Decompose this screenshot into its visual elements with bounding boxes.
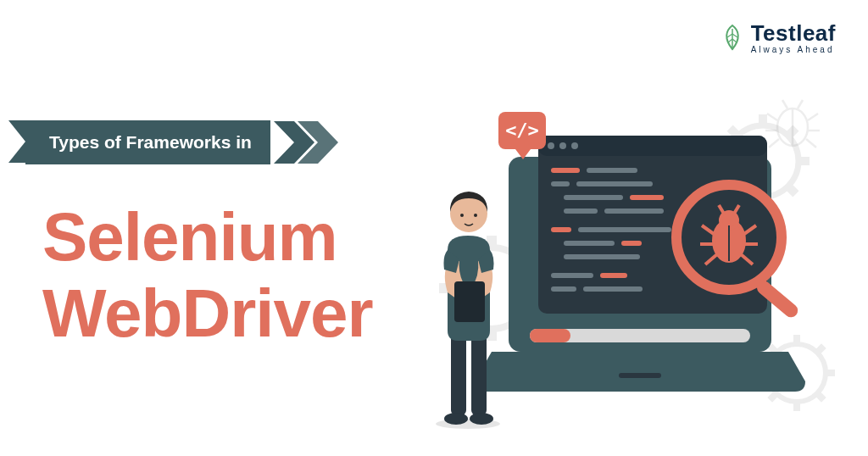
page-title: Selenium WebDriver [42, 199, 373, 351]
svg-point-50 [548, 142, 554, 149]
ribbon-arrow-icon [274, 121, 342, 164]
svg-rect-54 [587, 168, 637, 173]
svg-rect-88 [471, 331, 487, 415]
svg-rect-66 [551, 273, 593, 278]
svg-rect-63 [564, 241, 615, 246]
svg-rect-91 [454, 281, 485, 322]
svg-point-90 [470, 413, 493, 425]
svg-rect-67 [600, 273, 627, 278]
svg-rect-65 [564, 254, 640, 259]
title-line-1: Selenium [42, 199, 337, 275]
logo-text: Testleaf Always Ahead [751, 20, 836, 54]
logo-brand: Testleaf [751, 20, 836, 47]
svg-line-1 [727, 34, 732, 37]
svg-rect-56 [576, 181, 653, 186]
svg-rect-20 [799, 157, 810, 165]
title-line-2: WebDriver [42, 275, 373, 351]
svg-point-89 [444, 413, 468, 425]
svg-rect-45 [619, 373, 661, 378]
svg-point-94 [474, 214, 477, 217]
svg-line-36 [767, 114, 777, 120]
svg-rect-62 [578, 227, 671, 232]
svg-line-43 [798, 100, 803, 108]
svg-rect-60 [604, 209, 664, 214]
person-icon [436, 192, 500, 429]
svg-rect-61 [551, 227, 571, 232]
ribbon-banner: Types of Frameworks in [25, 120, 342, 164]
svg-text:</>: </> [505, 120, 539, 141]
svg-rect-59 [564, 209, 598, 214]
svg-rect-27 [793, 403, 800, 411]
svg-rect-57 [564, 195, 623, 200]
svg-point-51 [559, 142, 566, 149]
svg-line-37 [808, 114, 818, 120]
svg-rect-68 [551, 286, 576, 292]
bug-icon [765, 100, 820, 147]
svg-line-40 [769, 139, 779, 147]
hero-illustration: </> [407, 93, 856, 432]
svg-rect-17 [759, 114, 767, 125]
svg-rect-53 [551, 168, 580, 173]
svg-line-41 [806, 139, 816, 147]
svg-rect-29 [826, 370, 835, 376]
svg-line-42 [782, 100, 787, 108]
leaf-icon [721, 24, 744, 51]
svg-line-2 [732, 34, 737, 37]
svg-point-93 [460, 214, 464, 217]
svg-rect-47 [530, 329, 570, 342]
logo-tagline: Always Ahead [751, 45, 836, 54]
brand-logo: Testleaf Always Ahead [721, 20, 836, 54]
svg-rect-58 [630, 195, 664, 200]
svg-rect-69 [583, 286, 643, 292]
svg-rect-64 [621, 241, 642, 246]
ribbon-label: Types of Frameworks in [25, 120, 270, 164]
svg-point-52 [571, 142, 578, 149]
svg-rect-26 [793, 335, 800, 343]
svg-rect-55 [551, 181, 570, 186]
svg-rect-87 [451, 331, 466, 415]
